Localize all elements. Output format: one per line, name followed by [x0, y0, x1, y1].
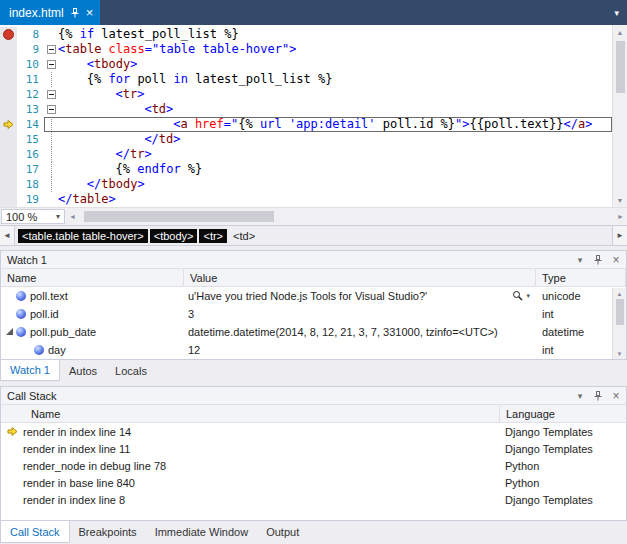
- pin-icon[interactable]: [591, 389, 605, 403]
- callstack-panel-header[interactable]: Call Stack ▾ ×: [1, 387, 626, 405]
- code-line[interactable]: 16</tr>: [0, 147, 627, 162]
- breadcrumb-item[interactable]: <table.table table-hover>: [18, 229, 148, 243]
- breakpoint-gutter[interactable]: [0, 57, 17, 72]
- column-header-name[interactable]: Name: [1, 405, 499, 422]
- scroll-down-icon[interactable]: ▼: [617, 348, 623, 359]
- tab-locals[interactable]: Locals: [106, 360, 156, 381]
- callstack-row[interactable]: render in index line 8Django Templates: [1, 491, 626, 508]
- scrollbar-thumb[interactable]: [84, 211, 274, 222]
- column-header-type[interactable]: Type: [536, 269, 626, 286]
- callstack-row[interactable]: render in index line 11Django Templates: [1, 440, 626, 457]
- editor-horizontal-scrollbar[interactable]: ◄ ►: [66, 208, 627, 225]
- fold-margin[interactable]: [44, 57, 58, 72]
- code-line[interactable]: 12<tr>: [0, 87, 627, 102]
- column-header-name[interactable]: Name: [1, 269, 184, 286]
- callstack-row[interactable]: render in base line 840Python: [1, 474, 626, 491]
- watch-row[interactable]: poll.textu'Have you tried Node.js Tools …: [1, 287, 626, 305]
- breakpoint-gutter[interactable]: [0, 147, 17, 162]
- column-header-value[interactable]: Value: [184, 269, 536, 286]
- watch-panel-header[interactable]: Watch 1 ▾ ×: [1, 251, 626, 269]
- code-line[interactable]: 14<a href="{% url 'app:detail' poll.id %…: [0, 117, 627, 132]
- variable-name: poll.id: [30, 308, 59, 320]
- breakpoint-gutter[interactable]: [0, 27, 17, 42]
- code-line[interactable]: 11{% for poll in latest_poll_list %}: [0, 72, 627, 87]
- breadcrumb-forward-button[interactable]: ►: [612, 226, 627, 245]
- magnifier-icon[interactable]: [512, 290, 524, 303]
- code-line[interactable]: 8{% if latest_poll_list %}: [0, 27, 627, 42]
- code-line[interactable]: 19</table>: [0, 192, 627, 207]
- scrollbar-thumb[interactable]: [616, 41, 625, 93]
- collapse-icon[interactable]: [47, 90, 56, 99]
- watch-row[interactable]: day12int: [1, 341, 626, 359]
- fold-margin[interactable]: [44, 42, 58, 57]
- scroll-right-icon[interactable]: ►: [617, 213, 624, 220]
- fold-margin[interactable]: [44, 72, 58, 87]
- scroll-up-icon[interactable]: ▲: [617, 25, 624, 39]
- fold-margin[interactable]: [44, 177, 58, 192]
- close-icon[interactable]: ×: [609, 389, 623, 403]
- pin-icon[interactable]: [591, 253, 605, 267]
- tab-watch-1[interactable]: Watch 1: [0, 360, 60, 381]
- breakpoint-gutter[interactable]: [0, 162, 17, 177]
- watch-row[interactable]: poll.pub_datedatetime.datetime(2014, 8, …: [1, 323, 626, 341]
- scrollbar-thumb[interactable]: [616, 299, 624, 325]
- tab-immediate-window[interactable]: Immediate Window: [146, 521, 258, 543]
- scroll-left-icon[interactable]: ◄: [69, 213, 76, 220]
- breakpoint-gutter[interactable]: [0, 42, 17, 57]
- breakpoint-gutter[interactable]: [0, 102, 17, 117]
- expander-icon[interactable]: [6, 328, 13, 335]
- code-line[interactable]: 15</td>: [0, 132, 627, 147]
- fold-margin[interactable]: [44, 147, 58, 162]
- breadcrumb-item[interactable]: <tr>: [199, 229, 227, 243]
- tab-call-stack[interactable]: Call Stack: [0, 521, 70, 543]
- collapse-icon[interactable]: [47, 45, 56, 54]
- breakpoint-gutter[interactable]: [0, 132, 17, 147]
- tab-index-html[interactable]: index.html ×: [0, 0, 100, 25]
- fold-margin[interactable]: [44, 27, 58, 42]
- fold-margin[interactable]: [44, 102, 58, 117]
- fold-margin[interactable]: [44, 87, 58, 102]
- breakpoint-gutter[interactable]: [0, 192, 17, 207]
- breadcrumb-back-button[interactable]: ◄: [0, 226, 15, 245]
- chevron-down-icon[interactable]: ▾: [573, 389, 587, 403]
- scroll-up-icon[interactable]: ▲: [617, 288, 623, 299]
- pin-icon[interactable]: [70, 8, 80, 18]
- breakpoint-gutter[interactable]: [0, 72, 17, 87]
- close-icon[interactable]: ×: [86, 6, 94, 19]
- tab-breakpoints[interactable]: Breakpoints: [70, 521, 146, 543]
- scroll-down-icon[interactable]: ▼: [617, 193, 624, 207]
- fold-margin[interactable]: [44, 162, 58, 177]
- close-icon[interactable]: ×: [609, 253, 623, 267]
- callstack-row[interactable]: render_node in debug line 78Python: [1, 457, 626, 474]
- current-frame-icon: [1, 426, 23, 437]
- chevron-down-icon[interactable]: ▾: [526, 292, 530, 300]
- tab-output[interactable]: Output: [257, 521, 308, 543]
- code-text: </tbody>: [58, 177, 145, 192]
- watch-vertical-scrollbar[interactable]: ▲ ▼: [612, 288, 626, 359]
- callstack-row[interactable]: render in index line 14Django Templates: [1, 423, 626, 440]
- code-line[interactable]: 18</tbody>: [0, 177, 627, 192]
- breakpoint-gutter[interactable]: [0, 117, 17, 132]
- fold-margin[interactable]: [44, 192, 58, 207]
- collapse-icon[interactable]: [47, 60, 56, 69]
- code-line[interactable]: 9<table class="table table-hover">: [0, 42, 627, 57]
- tab-autos[interactable]: Autos: [60, 360, 106, 381]
- code-line[interactable]: 13<td>: [0, 102, 627, 117]
- fold-margin[interactable]: [44, 117, 58, 132]
- chevron-down-icon[interactable]: ▾: [606, 0, 627, 25]
- watch-row[interactable]: poll.id3int: [1, 305, 626, 323]
- column-header-language[interactable]: Language: [499, 405, 626, 422]
- editor-vertical-scrollbar[interactable]: ▲ ▼: [612, 25, 627, 207]
- code-line[interactable]: 10<tbody>: [0, 57, 627, 72]
- breakpoint-gutter[interactable]: [0, 177, 17, 192]
- chevron-down-icon[interactable]: ▾: [573, 253, 587, 267]
- collapse-icon[interactable]: [47, 105, 56, 114]
- breadcrumb-item[interactable]: <td>: [229, 229, 259, 243]
- code-line[interactable]: 17{% endfor %}: [0, 162, 627, 177]
- breadcrumb-item[interactable]: <tbody>: [150, 229, 198, 243]
- code-editor[interactable]: 8{% if latest_poll_list %}9<table class=…: [0, 25, 627, 208]
- breakpoint-icon[interactable]: [3, 29, 14, 40]
- zoom-control[interactable]: 100 % ▾: [1, 209, 65, 224]
- fold-margin[interactable]: [44, 132, 58, 147]
- breakpoint-gutter[interactable]: [0, 87, 17, 102]
